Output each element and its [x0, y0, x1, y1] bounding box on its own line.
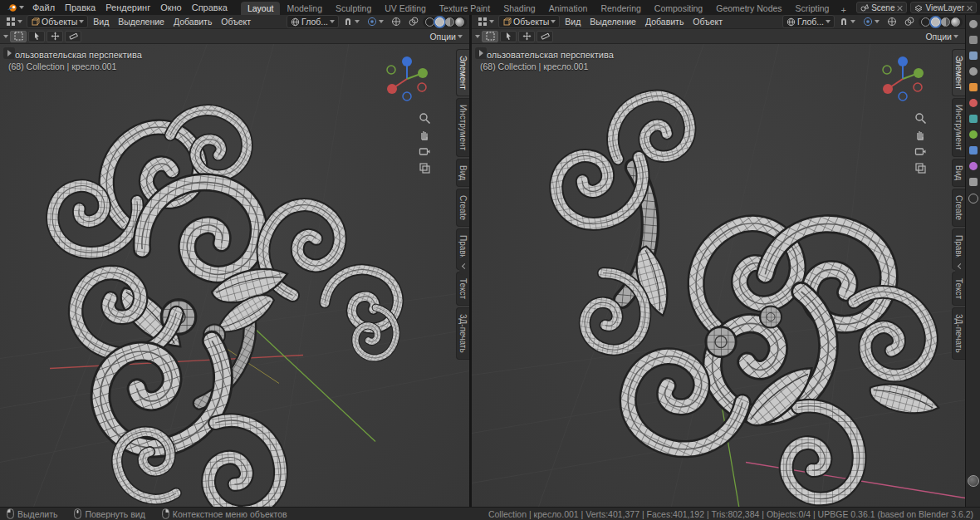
properties-tab-viewlayer-icon[interactable] — [969, 67, 978, 76]
workspace-tab-sculpting[interactable]: Sculpting — [329, 2, 378, 15]
sidebar-tab-text[interactable]: Текст — [456, 272, 469, 306]
workspace-tab-uv-editing[interactable]: UV Editing — [378, 2, 433, 15]
menu-object[interactable]: Объект — [688, 16, 727, 27]
sidebar-tab-tool[interactable]: Инструмент — [456, 98, 469, 157]
editor-type-button[interactable] — [2, 16, 26, 27]
snap-button[interactable] — [835, 16, 859, 27]
workspace-tab-layout[interactable]: Layout — [241, 2, 281, 15]
zoom-icon[interactable] — [419, 112, 431, 125]
sidebar-tab-view[interactable]: Вид — [952, 159, 965, 187]
mode-dropdown[interactable]: Объекты — [27, 15, 88, 28]
shading-solid-button[interactable] — [435, 17, 444, 27]
workspace-tab-shading[interactable]: Shading — [497, 2, 542, 15]
tool-cursor[interactable] — [28, 31, 45, 42]
menu-add[interactable]: Добавить — [169, 16, 216, 27]
properties-tab-tool-icon[interactable] — [969, 20, 978, 28]
properties-tab-object-icon[interactable] — [969, 130, 978, 139]
options-dropdown[interactable]: Опции — [922, 31, 962, 42]
shading-material-button[interactable] — [941, 17, 950, 27]
workspace-tab-scripting[interactable]: Scripting — [789, 2, 836, 15]
navigation-gizmo[interactable] — [380, 51, 434, 105]
camera-view-icon[interactable] — [419, 145, 431, 158]
menu-select[interactable]: Выделение — [114, 16, 169, 27]
workspace-tab-geometry-nodes[interactable]: Geometry Nodes — [709, 2, 788, 15]
add-workspace-button[interactable]: + — [835, 5, 850, 15]
properties-tab-collection-icon[interactable] — [969, 115, 978, 123]
menu-select[interactable]: Выделение — [586, 16, 640, 27]
snap-button[interactable] — [340, 16, 363, 27]
sidebar-tab-item[interactable]: Элемент — [952, 49, 965, 96]
menu-add[interactable]: Добавить — [641, 16, 688, 27]
menu-render[interactable]: Рендеринг — [100, 2, 155, 13]
properties-tab-world-icon[interactable] — [969, 99, 978, 107]
shading-solid-button[interactable] — [931, 17, 940, 27]
workspace-tab-rendering[interactable]: Rendering — [594, 2, 647, 15]
tool-cursor[interactable] — [500, 31, 517, 42]
tool-dropdown-icon[interactable] — [475, 35, 480, 38]
shading-rendered-button[interactable] — [951, 17, 960, 27]
tool-measure[interactable] — [537, 31, 553, 42]
tool-select-box[interactable] — [482, 31, 498, 42]
mode-dropdown[interactable]: Объекты — [498, 15, 560, 28]
show-gizmo-button[interactable] — [388, 16, 404, 27]
menu-object[interactable]: Объект — [217, 16, 255, 27]
menu-view[interactable]: Вид — [89, 16, 113, 27]
sidebar-tab-item[interactable]: Элемент — [456, 49, 469, 96]
tool-move[interactable] — [518, 31, 535, 42]
sidebar-collapse-button[interactable] — [955, 257, 965, 275]
menu-help[interactable]: Справка — [187, 2, 233, 13]
properties-tab-modifiers-icon[interactable] — [969, 146, 978, 155]
tool-dropdown-icon[interactable] — [3, 35, 8, 38]
workspace-tab-animation[interactable]: Animation — [542, 2, 595, 15]
editor-type-button[interactable] — [474, 16, 497, 27]
shading-wireframe-button[interactable] — [921, 17, 930, 27]
properties-tab-render-icon[interactable] — [969, 36, 978, 44]
transform-orientation-dropdown[interactable]: Глоб... — [782, 15, 835, 28]
workspace-tab-texture-paint[interactable]: Texture Paint — [433, 2, 497, 15]
properties-tab-scene-icon[interactable] — [969, 83, 978, 91]
tool-move[interactable] — [47, 31, 63, 42]
navigation-gizmo[interactable] — [875, 51, 930, 105]
shading-material-button[interactable] — [445, 17, 454, 27]
unlink-scene-icon[interactable] — [897, 5, 903, 11]
sidebar-tab-text[interactable]: Текст — [952, 272, 965, 306]
properties-tab-output-icon[interactable] — [969, 52, 978, 60]
menu-view[interactable]: Вид — [561, 16, 585, 27]
remove-viewlayer-icon[interactable] — [967, 5, 973, 11]
3d-viewport-canvas-right[interactable]: Пользовательская перспектива (68) Collec… — [472, 44, 965, 507]
perspective-toggle-icon[interactable] — [419, 162, 431, 174]
properties-tab-physics-icon[interactable] — [969, 162, 978, 170]
menu-window[interactable]: Окно — [155, 2, 187, 13]
sidebar-collapse-button[interactable] — [459, 257, 469, 275]
sidebar-tab-create[interactable]: Create — [456, 189, 469, 227]
zoom-icon[interactable] — [914, 112, 927, 125]
shading-rendered-button[interactable] — [455, 17, 464, 27]
workspace-tab-modeling[interactable]: Modeling — [280, 2, 329, 15]
scene-selector[interactable]: Scene — [856, 2, 907, 13]
transform-orientation-dropdown[interactable]: Глоб... — [287, 15, 339, 28]
camera-view-icon[interactable] — [914, 145, 927, 158]
material-preview-sphere-icon[interactable] — [968, 475, 979, 487]
properties-tab-constraints-icon[interactable] — [969, 178, 978, 186]
toolbar-expand-button[interactable] — [3, 47, 15, 59]
overlays-button[interactable] — [405, 16, 422, 27]
show-gizmo-button[interactable] — [884, 16, 900, 27]
viewlayer-selector[interactable]: ViewLayer — [910, 2, 977, 13]
proportional-edit-button[interactable] — [860, 16, 883, 27]
sidebar-tab-view[interactable]: Вид — [456, 159, 469, 187]
overlays-button[interactable] — [901, 16, 918, 27]
perspective-toggle-icon[interactable] — [914, 162, 927, 174]
tool-select-box[interactable] — [10, 31, 27, 42]
toolbar-expand-button[interactable] — [475, 47, 487, 59]
sidebar-tab-tool[interactable]: Инструмент — [952, 98, 965, 157]
properties-tab-data-icon[interactable] — [968, 194, 978, 204]
sidebar-tab-create[interactable]: Create — [952, 189, 965, 227]
shading-wireframe-button[interactable] — [425, 17, 434, 27]
proportional-edit-button[interactable] — [364, 16, 387, 27]
menu-file[interactable]: Файл — [27, 2, 60, 13]
pan-hand-icon[interactable] — [419, 129, 431, 141]
tool-measure[interactable] — [65, 31, 81, 42]
menu-edit[interactable]: Правка — [60, 2, 100, 13]
3d-viewport-canvas-left[interactable]: Пользовательская перспектива (68) Collec… — [0, 44, 469, 507]
pan-hand-icon[interactable] — [914, 129, 927, 141]
